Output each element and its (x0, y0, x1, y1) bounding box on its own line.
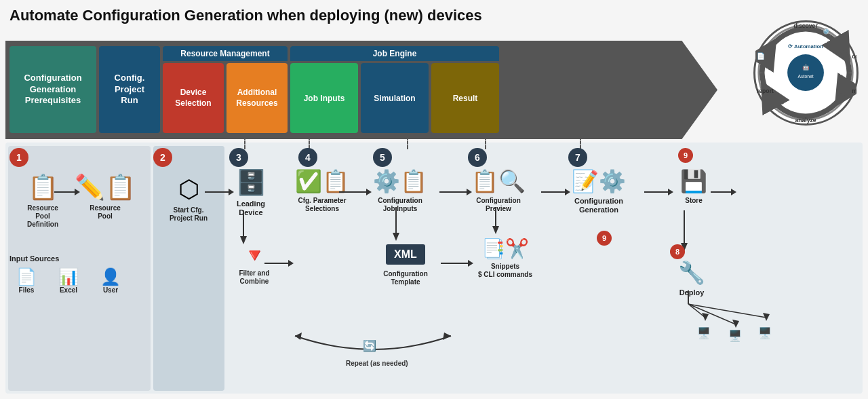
circle-container: 🤖 Autonet discover configure monitor ana… (753, 20, 859, 126)
job-engine-group: Job Engine Job Inputs Simulation Result (290, 46, 499, 133)
excel-icon: 📊 (58, 267, 79, 286)
dashed-line-device (244, 136, 245, 149)
additional-resources-box: Additional Resources (226, 63, 288, 133)
deploy-branches: 🖥️ 🖥️ 🖥️ (685, 290, 787, 345)
svg-line-27 (688, 304, 766, 318)
dashed-line-simulation (485, 136, 486, 149)
start-cfg: ⬡ Start Cfg. Project Run (155, 175, 222, 223)
svg-text:discover: discover (793, 22, 818, 29)
resource-mgmt-items: Device Selection Additional Resources (163, 63, 288, 133)
svg-marker-22 (702, 313, 709, 321)
page-title: Automate Configuration Generation when d… (9, 7, 482, 24)
prereq-box: Configuration Generation Prerequisites (9, 46, 96, 133)
svg-point-1 (787, 54, 824, 91)
svg-text:monitor: monitor (852, 88, 856, 94)
user-icon: 👤 (100, 267, 121, 286)
arrow-store-combine (711, 189, 736, 195)
wrench-icon: 🔧 (668, 260, 715, 286)
arrow-line (711, 191, 731, 193)
job-engine-items: Job Inputs Simulation Result (290, 63, 499, 133)
arrow-line (441, 263, 468, 264)
main-container: Automate Configuration Generation when d… (0, 0, 868, 399)
repeat-label: Repeat (as needed) (346, 360, 408, 368)
config-preview: 📋🔍 Configuration Preview (461, 168, 536, 213)
arrow-jobin-template (395, 207, 397, 241)
svg-marker-32 (295, 332, 302, 340)
svg-text:Autonet: Autonet (797, 74, 813, 79)
table-icon: 📋 (12, 173, 73, 202)
excel-source: 📊 Excel (52, 267, 85, 294)
dashed-line-resources (309, 136, 310, 149)
step-7-circle: 7 (568, 148, 587, 167)
arrow-line (264, 263, 288, 264)
step-8-circle: 8 (670, 244, 685, 259)
config-generation: 📝⚙️ Configuration Generation (561, 168, 636, 214)
config-job-inputs: ⚙️📋 Configuration Job Inputs (366, 168, 434, 213)
arrow-gen-store (644, 189, 673, 195)
snippets-icon: 📑✂️ (468, 238, 542, 260)
store-item: 💾 Store (670, 168, 717, 205)
step-4-circle: 4 (298, 148, 317, 167)
leading-device: 🗄️ Leading Device (224, 168, 278, 217)
device-selection-box: Device Selection (163, 63, 224, 133)
config-project-box: Config. Project Run (99, 46, 160, 133)
job-inputs-box: Job Inputs (290, 63, 358, 133)
arrow-line (54, 191, 75, 193)
workflow-svg: 🤖 Autonet discover configure monitor ana… (755, 20, 856, 126)
step-9a-circle: 9 (678, 148, 693, 163)
svg-text:report: report (757, 88, 774, 94)
arrow-line (644, 191, 668, 193)
step-9b-circle: 9 (597, 231, 612, 246)
database-icon: 🗄️ (224, 168, 278, 197)
svg-text:🖥️: 🖥️ (697, 326, 711, 339)
dashed-line-jobinputs (407, 136, 408, 149)
step-3-circle: 3 (229, 148, 248, 167)
svg-text:🤖: 🤖 (802, 63, 810, 71)
step-1-circle: 1 (9, 148, 28, 167)
input-sources: Input Sources 📄 Files 📊 Excel 👤 User (9, 254, 145, 294)
resource-mgmt-group: Resource Management Device Selection Add… (163, 46, 288, 133)
resource-pool: ✏️📋 Resource Pool (75, 173, 136, 221)
workflow-circle: 🤖 Autonet discover configure monitor ana… (753, 20, 859, 126)
csv-icon: 📄 (16, 267, 37, 286)
clipboard-gear-icon: ⚙️📋 (366, 168, 434, 194)
header-row: Configuration Generation Prerequisites C… (9, 46, 499, 133)
arrow-line (339, 191, 366, 193)
step-2-circle: 2 (153, 148, 172, 167)
svg-text:analyze: analyze (795, 117, 816, 124)
arrow-head (288, 260, 294, 267)
config-gen-icon: 📝⚙️ (561, 168, 636, 194)
repeat-arrow: 🔄 (288, 329, 458, 363)
user-source: 👤 User (94, 267, 127, 294)
dashed-line-result (580, 136, 581, 149)
input-source-items: 📄 Files 📊 Excel 👤 User (9, 267, 145, 294)
svg-line-24 (688, 304, 736, 324)
svg-text:📄: 📄 (757, 52, 765, 60)
arrow-head (731, 189, 736, 195)
svg-text:🔍: 🔍 (823, 28, 833, 37)
resource-pool-definition: 📋 Resource Pool Definition (12, 173, 73, 229)
step-6-circle: 6 (468, 148, 487, 167)
arrow-leading-filter (243, 210, 244, 244)
job-engine-header: Job Engine (290, 46, 499, 61)
svg-text:🖥️: 🖥️ (758, 326, 772, 339)
arrow-preview-snippets (495, 207, 496, 234)
svg-text:🖥️: 🖥️ (728, 329, 742, 342)
step-5-circle: 5 (373, 148, 392, 167)
svg-text:⟳ Automation: ⟳ Automation (788, 43, 823, 50)
config-template: XML Configuration Template (372, 244, 439, 286)
result-box: Result (431, 63, 499, 133)
arrow-filter-param (264, 260, 294, 267)
snippets-cli: 📑✂️ Snippets $ CLI commands (468, 238, 542, 279)
svg-text:🔄: 🔄 (363, 339, 376, 352)
svg-marker-33 (443, 332, 451, 340)
svg-text:configure: configure (852, 53, 856, 60)
arrow-store-deploy (684, 210, 685, 251)
xml-badge: XML (386, 244, 425, 265)
pencil-icon: ✏️📋 (75, 173, 136, 202)
csv-files: 📄 Files (9, 267, 43, 294)
simulation-box: Simulation (361, 63, 429, 133)
resource-mgmt-header: Resource Management (163, 46, 288, 61)
checklist-preview-icon: 📋🔍 (461, 168, 536, 194)
